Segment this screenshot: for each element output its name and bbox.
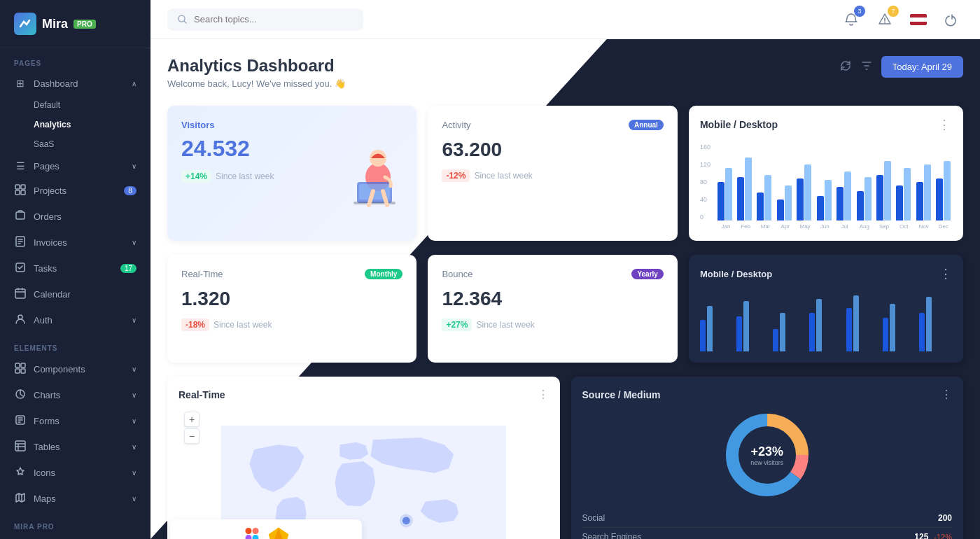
svg-point-29 [253,535,259,539]
mobile-desktop-card: Mobile / Desktop ⋮ 160 120 80 40 0 [689,106,963,241]
sidebar-item-saas[interactable]: SaaS [0,134,150,154]
charts-label: Charts [34,390,60,400]
sketch-icon [267,526,290,539]
source-search-change: -12% [934,533,952,539]
topbar: 3 7 [150,0,980,39]
main-area: 3 7 [150,0,980,539]
source-medium-menu[interactable]: ⋮ [941,388,952,401]
mobile-desktop-menu[interactable]: ⋮ [938,117,952,132]
source-list: Social 200 Search Engines 125 -12% [582,509,953,539]
notifications-button[interactable]: 3 [840,8,862,31]
visitors-since: Since last week [216,172,274,181]
page-header: Analytics Dashboard Welcome back, Lucy! … [167,56,963,89]
source-social-name: Social [582,513,606,523]
bar-jul [835,172,852,220]
header-actions: Today: April 29 [839,56,963,78]
power-button[interactable] [941,8,963,31]
zoom-out-button[interactable]: − [184,428,200,444]
tasks-icon [14,262,27,275]
dark-chart-menu[interactable]: ⋮ [939,266,952,281]
sidebar-item-charts[interactable]: Charts ∨ [0,382,150,408]
auth-icon [14,314,27,327]
zoom-in-button[interactable]: + [184,412,200,427]
donut-pct: +23% [750,444,783,459]
svg-rect-7 [15,289,25,298]
bounce-change: +27% [442,318,472,331]
sidebar-item-analytics[interactable]: Analytics [0,115,150,134]
page-subtitle: Welcome back, Lucy! We've missed you. 👋 [167,78,346,89]
bar-mar [756,175,773,220]
logo-icon [14,13,36,35]
bounce-card: Bounce Yearly 12.364 +27% Since last wee… [428,255,677,363]
charts-chevron: ∨ [132,391,136,399]
tables-icon [14,440,27,454]
sidebar-item-orders[interactable]: Orders [0,204,150,230]
components-chevron: ∨ [132,365,136,373]
bar-dec [935,161,952,220]
content-body: Analytics Dashboard Welcome back, Lucy! … [150,39,980,539]
notifications-badge: 3 [854,6,865,17]
sidebar-item-auth[interactable]: Auth ∨ [0,307,150,333]
svg-rect-21 [354,202,396,204]
bar-aug [855,177,872,220]
source-search-value: 125 [914,532,928,539]
source-item-search: Search Engines 125 -12% [582,528,953,539]
filter-button[interactable] [860,59,873,75]
activity-label: Activity [442,120,470,130]
sidebar-item-pages[interactable]: ☰ Pages ∨ [0,154,150,178]
activity-card: Activity Annual 63.200 -12% Since last w… [428,106,677,241]
date-button[interactable]: Today: April 29 [881,56,963,78]
orders-label: Orders [34,211,62,222]
forms-icon [14,414,27,428]
charts-icon [14,388,27,402]
alerts-button[interactable]: 7 [874,8,896,31]
search-input[interactable] [194,14,354,24]
sidebar-item-icons[interactable]: Icons ∨ [0,460,150,486]
maps-chevron: ∨ [132,495,136,503]
bar-sep [875,161,892,220]
svg-rect-26 [253,528,259,534]
sidebar-item-dashboard[interactable]: ⊞ Dashboard ∧ [0,71,150,95]
forms-label: Forms [34,416,59,426]
sidebar-item-tasks[interactable]: Tasks 17 [0,255,150,281]
maps-icon [14,492,27,505]
sidebar-item-default[interactable]: Default [0,95,150,115]
mobile-desktop-title: Mobile / Desktop [700,119,778,130]
source-search-name: Search Engines [582,532,642,539]
sidebar-item-calendar[interactable]: Calendar [0,281,150,307]
power-icon [945,13,959,27]
icons-chevron: ∨ [132,469,136,477]
dark-bars [700,288,952,351]
maps-label: Maps [34,493,56,504]
section-label-mira-pro: MIRA PRO [0,512,150,535]
source-social-value: 200 [938,513,952,523]
sidebar-item-maps[interactable]: Maps ∨ [0,486,150,512]
svg-rect-10 [21,363,25,368]
activity-change: -12% [442,169,470,182]
realtime-stat-card: Real-Time Monthly 1.320 -18% Since last … [167,255,416,363]
tasks-label: Tasks [34,263,57,274]
svg-rect-3 [21,190,25,195]
sidebar-item-invoices[interactable]: Invoices ∨ [0,230,150,255]
bar-jun [816,180,832,220]
section-label-pages: PAGES [0,48,150,71]
realtime-value: 1.320 [181,288,402,310]
svg-rect-25 [246,528,252,534]
realtime-map-card: Real-Time ⋮ + − [167,377,560,539]
realtime-map-menu[interactable]: ⋮ [538,388,549,401]
svg-rect-0 [15,185,20,189]
sidebar-item-projects[interactable]: Projects 8 [0,178,150,204]
app-name: Mira [42,17,68,31]
pages-chevron: ∨ [132,162,136,170]
svg-rect-4 [16,212,24,219]
sidebar-item-components[interactable]: Components ∨ [0,356,150,382]
refresh-button[interactable] [839,59,852,75]
visitors-card: Visitors 24.532 +14% Since last week [167,106,416,241]
sidebar-item-tables[interactable]: Tables ∨ [0,434,150,460]
sidebar-item-forms[interactable]: Forms ∨ [0,408,150,434]
projects-badge: 8 [124,186,136,195]
search-box[interactable] [167,8,363,31]
auth-label: Auth [34,315,52,326]
donut-chart: +23% new visitors [722,410,813,500]
language-button[interactable] [907,8,930,31]
